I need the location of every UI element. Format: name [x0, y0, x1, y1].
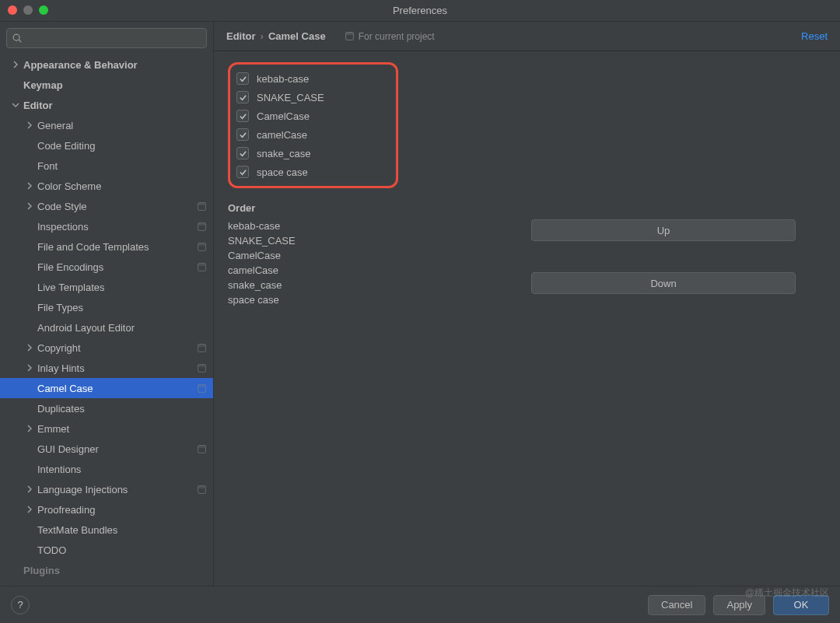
minimize-window-icon[interactable]: [23, 5, 33, 15]
chevron-right-icon[interactable]: [25, 343, 34, 352]
chevron-right-icon: ›: [261, 30, 264, 42]
chevron-right-icon[interactable]: [25, 181, 34, 191]
checkbox[interactable]: [236, 128, 249, 141]
checkbox-row[interactable]: CamelCase: [235, 107, 326, 125]
tree-item-camel-case[interactable]: Camel Case: [0, 378, 213, 398]
order-list-item[interactable]: kebab-case: [228, 219, 508, 233]
chevron-right-icon[interactable]: [25, 505, 34, 514]
tree-item-label: Font: [37, 160, 207, 172]
tree-arrow-placeholder: [25, 444, 34, 453]
ok-button[interactable]: OK: [773, 595, 829, 615]
svg-rect-17: [198, 445, 206, 447]
chevron-down-icon[interactable]: [11, 100, 20, 110]
tree-arrow-placeholder: [25, 222, 34, 231]
tree-item-appearance-behavior[interactable]: Appearance & Behavior: [0, 54, 213, 75]
maximize-window-icon[interactable]: [39, 5, 48, 15]
dialog-footer: ? Cancel Apply OK: [0, 586, 840, 623]
checkbox-row[interactable]: space case: [235, 163, 326, 181]
project-scope-icon: [197, 363, 207, 373]
reset-link[interactable]: Reset: [801, 30, 828, 42]
checkbox-row[interactable]: kebab-case: [235, 69, 326, 88]
tree-item-label: Emmet: [37, 423, 207, 435]
order-list-item[interactable]: SNAKE_CASE: [228, 233, 508, 248]
tree-item-duplicates[interactable]: Duplicates: [0, 398, 213, 418]
svg-rect-7: [198, 243, 206, 245]
tree-arrow-placeholder: [25, 464, 34, 474]
tree-arrow-placeholder: [25, 303, 34, 312]
tree-item-file-encodings[interactable]: File Encodings: [0, 257, 213, 277]
order-list-item[interactable]: space case: [228, 292, 508, 307]
tree-item-android-layout-editor[interactable]: Android Layout Editor: [0, 317, 213, 338]
checkbox-row[interactable]: SNAKE_CASE: [235, 88, 326, 107]
camel-case-checkbox-group: kebab-caseSNAKE_CASECamelCasecamelCasesn…: [228, 62, 398, 188]
breadcrumb-root[interactable]: Editor: [226, 30, 256, 42]
checkbox[interactable]: [236, 91, 249, 103]
order-down-button[interactable]: Down: [531, 272, 796, 294]
checkbox[interactable]: [236, 110, 249, 122]
tree-item-color-scheme[interactable]: Color Scheme: [0, 176, 213, 196]
chevron-right-icon[interactable]: [25, 363, 34, 373]
content-pane: Editor › Camel Case For current project …: [214, 22, 840, 586]
order-list[interactable]: kebab-caseSNAKE_CASECamelCasecamelCasesn…: [228, 219, 508, 307]
search-icon: [12, 33, 23, 44]
preferences-tree[interactable]: Appearance & BehaviorKeymapEditorGeneral…: [0, 53, 213, 586]
checkbox-label: SNAKE_CASE: [257, 92, 324, 103]
tree-item-label: Plugins: [23, 565, 207, 576]
search-input-wrapper[interactable]: [6, 28, 207, 48]
apply-button[interactable]: Apply: [713, 595, 765, 615]
tree-item-file-types[interactable]: File Types: [0, 297, 213, 317]
project-scope-icon: [197, 343, 207, 353]
project-scope-icon: [197, 383, 207, 394]
tree-arrow-placeholder: [25, 404, 34, 413]
tree-item-label: Proofreading: [37, 504, 207, 516]
tree-item-inlay-hints[interactable]: Inlay Hints: [0, 358, 213, 378]
tree-arrow-placeholder: [25, 282, 34, 292]
search-input[interactable]: [26, 33, 201, 44]
tree-item-emmet[interactable]: Emmet: [0, 418, 213, 439]
tree-item-keymap[interactable]: Keymap: [0, 75, 213, 95]
order-list-item[interactable]: CamelCase: [228, 248, 508, 263]
checkbox[interactable]: [236, 166, 249, 178]
checkbox-row[interactable]: camelCase: [235, 125, 326, 144]
project-scope-icon: [197, 201, 207, 212]
cancel-button[interactable]: Cancel: [648, 595, 705, 615]
project-scope-icon: [197, 242, 207, 252]
tree-item-language-injections[interactable]: Language Injections: [0, 479, 213, 499]
tree-item-label: Android Layout Editor: [37, 322, 207, 334]
checkbox[interactable]: [236, 72, 249, 85]
tree-item-editor[interactable]: Editor: [0, 95, 213, 115]
tree-item-proofreading[interactable]: Proofreading: [0, 499, 213, 520]
tree-item-font[interactable]: Font: [0, 156, 213, 176]
tree-item-code-editing[interactable]: Code Editing: [0, 135, 213, 156]
chevron-right-icon[interactable]: [11, 60, 20, 69]
tree-item-textmate-bundles[interactable]: TextMate Bundles: [0, 520, 213, 540]
svg-rect-3: [198, 202, 206, 205]
svg-line-1: [19, 40, 21, 42]
order-list-item[interactable]: camelCase: [228, 263, 508, 278]
tree-item-plugins[interactable]: Plugins: [0, 560, 213, 580]
chevron-right-icon[interactable]: [25, 121, 34, 130]
tree-item-label: Keymap: [23, 79, 207, 91]
help-button[interactable]: ?: [11, 596, 30, 614]
close-window-icon[interactable]: [8, 5, 17, 15]
checkbox-label: kebab-case: [257, 73, 309, 85]
tree-item-label: File Encodings: [37, 261, 197, 273]
order-up-button[interactable]: Up: [531, 219, 796, 241]
tree-item-inspections[interactable]: Inspections: [0, 216, 213, 236]
tree-item-gui-designer[interactable]: GUI Designer: [0, 439, 213, 459]
tree-item-todo[interactable]: TODO: [0, 540, 213, 560]
order-list-item[interactable]: snake_case: [228, 278, 508, 292]
tree-item-file-and-code-templates[interactable]: File and Code Templates: [0, 236, 213, 257]
tree-item-general[interactable]: General: [0, 115, 213, 135]
tree-item-code-style[interactable]: Code Style: [0, 196, 213, 216]
checkbox[interactable]: [236, 147, 249, 159]
chevron-right-icon[interactable]: [25, 485, 34, 494]
tree-item-label: Appearance & Behavior: [23, 59, 207, 71]
checkbox-row[interactable]: snake_case: [235, 144, 326, 163]
chevron-right-icon[interactable]: [25, 201, 34, 211]
tree-item-intentions[interactable]: Intentions: [0, 459, 213, 479]
tree-item-label: Editor: [23, 100, 207, 111]
chevron-right-icon[interactable]: [25, 424, 34, 433]
tree-item-live-templates[interactable]: Live Templates: [0, 277, 213, 297]
tree-item-copyright[interactable]: Copyright: [0, 338, 213, 358]
